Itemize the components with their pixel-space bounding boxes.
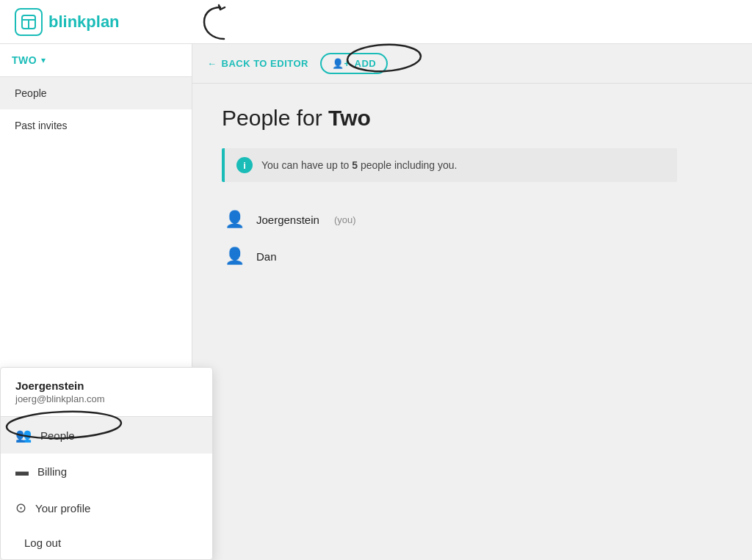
dropdown-item-profile[interactable]: ⊙ Your profile (1, 490, 212, 526)
info-banner: i You can have up to 5 people including … (222, 148, 677, 182)
info-text-after: people including you. (358, 159, 457, 171)
person-name-dan: Dan (256, 250, 277, 263)
workspace-selector[interactable]: TWO ▾ (0, 44, 192, 77)
main-content: ← BACK TO EDITOR 👤+ ADD People for Two i… (192, 44, 752, 560)
dropdown-username: Joergenstein (15, 379, 198, 392)
page-title-bold: Two (328, 106, 371, 130)
app-title: blinkplan (48, 12, 120, 32)
dropdown-item-people-label: People (40, 429, 75, 442)
person-avatar-icon: 👤 (225, 210, 245, 229)
info-banner-text: You can have up to 5 people including yo… (261, 159, 458, 171)
user-dropdown: Joergenstein joerg@blinkplan.com 👥 Peopl… (0, 367, 213, 560)
content-area: People for Two i You can have up to 5 pe… (192, 84, 752, 560)
workspace-name: TWO (12, 54, 37, 66)
sidebar-item-past-invites[interactable]: Past invites (0, 109, 192, 142)
person-name-joergenstein: Joergenstein (256, 214, 319, 226)
dropdown-user-info: Joergenstein joerg@blinkplan.com (1, 368, 212, 417)
dropdown-email: joerg@blinkplan.com (15, 393, 198, 404)
add-person-icon: 👤+ (332, 58, 350, 69)
people-menu-icon: 👥 (15, 427, 32, 443)
person-list: 👤 Joergenstein (you) 👤 Dan (222, 203, 723, 273)
add-button-label: ADD (355, 58, 377, 69)
dropdown-item-billing-label: Billing (37, 465, 67, 478)
person-avatar-icon-dan: 👤 (225, 247, 245, 266)
dropdown-item-logout[interactable]: Log out (1, 526, 212, 559)
person-item-dan: 👤 Dan (222, 239, 723, 273)
back-to-editor-label: BACK TO EDITOR (222, 58, 308, 69)
chevron-down-icon: ▾ (41, 55, 46, 65)
dropdown-item-people[interactable]: 👥 People (1, 417, 212, 454)
billing-menu-icon: ▬ (15, 464, 29, 479)
sidebar-item-people[interactable]: People (0, 77, 192, 109)
logo-icon (15, 8, 43, 36)
person-item-joergenstein: 👤 Joergenstein (you) (222, 203, 723, 236)
profile-menu-icon: ⊙ (15, 500, 26, 516)
page-title: People for Two (222, 106, 723, 131)
dropdown-item-logout-label: Log out (24, 537, 61, 549)
info-icon: i (236, 157, 253, 173)
back-to-editor-link[interactable]: ← BACK TO EDITOR (207, 58, 308, 69)
add-button[interactable]: 👤+ ADD (320, 53, 388, 74)
sidebar-item-people-label: People (15, 87, 47, 99)
action-bar: ← BACK TO EDITOR 👤+ ADD (192, 44, 752, 84)
logo-area: blinkplan (15, 8, 207, 36)
dropdown-item-profile-label: Your profile (35, 502, 90, 514)
person-you-tag: (you) (334, 214, 356, 225)
top-bar: blinkplan (0, 0, 752, 44)
page-title-prefix: People for (222, 106, 328, 130)
info-people-count: 5 (352, 159, 358, 171)
dropdown-item-billing[interactable]: ▬ Billing (1, 454, 212, 490)
sidebar-item-past-invites-label: Past invites (15, 120, 68, 131)
info-text-before: You can have up to (261, 159, 352, 171)
back-arrow-icon: ← (207, 58, 217, 69)
